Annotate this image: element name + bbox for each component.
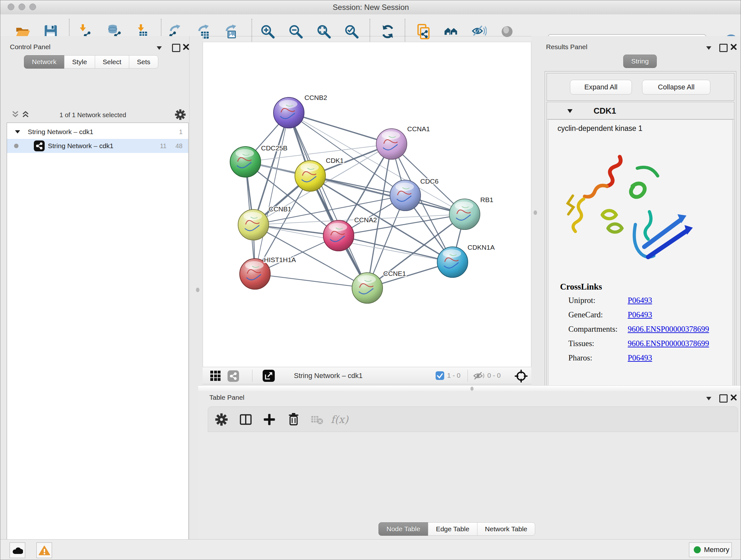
tab-network-table[interactable]: Network Table — [477, 522, 536, 536]
network-edge-ccnb2-ccne1[interactable] — [289, 113, 367, 288]
network-options-gear-icon[interactable] — [175, 109, 186, 120]
tab-style[interactable]: Style — [64, 55, 95, 69]
expand-all-icon[interactable] — [21, 110, 30, 119]
network-node-ccne1[interactable] — [352, 273, 383, 303]
hide-selected-icon[interactable] — [470, 22, 488, 41]
share-view-icon[interactable] — [227, 370, 239, 382]
network-node-ccnb2[interactable] — [273, 98, 304, 128]
table-panel-title: Table Panel — [209, 394, 245, 401]
network-node-cdc25b[interactable] — [230, 146, 261, 177]
zoom-fit-icon[interactable] — [315, 22, 333, 41]
delete-column-icon[interactable] — [285, 411, 302, 428]
network-node-cdkn1a[interactable] — [437, 247, 468, 277]
results-panel-float-icon[interactable] — [719, 44, 728, 52]
left-splitter-handle[interactable] — [196, 288, 199, 292]
table-panel-close-icon[interactable] — [731, 394, 737, 401]
tab-node-table[interactable]: Node Table — [379, 522, 428, 536]
network-node-label: CCNE1 — [383, 270, 406, 277]
selected-counter: 1 - 0 — [447, 372, 461, 379]
right-splitter-handle[interactable] — [534, 210, 537, 215]
export-image-icon[interactable] — [222, 22, 240, 41]
crosslink-link[interactable]: P06493 — [628, 296, 652, 305]
network-node-label: HIST1H1A — [264, 256, 296, 263]
show-columns-icon[interactable] — [237, 411, 255, 428]
crosslink-link[interactable]: P06493 — [628, 310, 652, 319]
tab-network[interactable]: Network — [24, 55, 64, 69]
function-builder-icon: f(x) — [331, 411, 348, 428]
crosslink-row: Uniprot:P06493 — [568, 296, 728, 305]
control-panel-menu-caret-icon[interactable] — [156, 46, 162, 50]
crosslink-link[interactable]: 9606.ENSP00000378699 — [628, 325, 709, 334]
network-edge-ccnb2-hist1h1a[interactable] — [255, 113, 289, 274]
results-panel: Results Panel String Expand All Collapse… — [540, 36, 741, 387]
fit-selected-crosshair-icon[interactable] — [515, 370, 528, 382]
network-edge-cdk1-rb1[interactable] — [310, 176, 465, 214]
node-section: CDK1 cyclin-dependent kinase 1 — [547, 102, 734, 409]
network-row-selected[interactable]: String Network – cdk1 11 48 — [7, 139, 188, 153]
tab-string[interactable]: String — [623, 55, 657, 68]
memory-button[interactable]: Memory — [689, 543, 732, 557]
first-neighbors-icon[interactable] — [442, 22, 461, 41]
network-node-label: CCNB2 — [305, 94, 327, 101]
collapse-all-button[interactable]: Collapse All — [642, 80, 711, 95]
tab-edge-table[interactable]: Edge Table — [428, 522, 477, 536]
zoom-selected-icon[interactable] — [342, 22, 361, 41]
results-panel-close-icon[interactable] — [731, 44, 737, 50]
network-canvas[interactable]: CCNB2CCNA1CDC25BCDK1CDC6RB1CCNB1CCNA2CDK… — [203, 42, 531, 367]
node-description: cyclin-dependent kinase 1 — [557, 124, 643, 133]
control-panel: Control Panel NetworkStyleSelectSets 1 o… — [0, 36, 189, 539]
collapse-all-icon[interactable] — [11, 110, 19, 119]
open-in-window-icon[interactable] — [263, 370, 275, 382]
crosslink-link[interactable]: P06493 — [628, 354, 652, 362]
network-collection-row[interactable]: String Network – cdk1 1 — [7, 125, 188, 139]
network-node-ccna1[interactable] — [376, 129, 407, 159]
section-collapse-caret-icon[interactable] — [567, 109, 573, 113]
warning-status-button[interactable] — [37, 543, 52, 558]
table-settings-icon[interactable] — [212, 411, 230, 428]
zoom-in-icon[interactable] — [259, 22, 277, 41]
network-selection-status: 1 of 1 Network selected — [36, 111, 150, 119]
results-buttons-box: Expand All Collapse All — [547, 73, 734, 101]
horizontal-splitter-handle[interactable] — [470, 387, 474, 391]
right-splitter[interactable] — [531, 36, 540, 387]
network-node-count: 11 — [160, 142, 166, 150]
network-edge-ccna2-cdkn1a[interactable] — [339, 236, 453, 262]
network-edge-hist1h1a-ccne1[interactable] — [255, 274, 367, 288]
selected-nodes-checkbox[interactable] — [435, 371, 444, 380]
expand-all-button[interactable]: Expand All — [570, 80, 632, 95]
results-panel-menu-caret-icon[interactable] — [705, 46, 712, 50]
network-node-rb1[interactable] — [449, 199, 480, 230]
check-icon — [435, 371, 444, 380]
add-column-icon[interactable] — [260, 411, 278, 428]
refresh-layout-icon[interactable] — [379, 22, 397, 41]
network-view-toolbar: String Network – cdk1 1 - 0 0 - 0 — [203, 367, 531, 384]
cloud-status-button[interactable] — [10, 543, 25, 558]
control-panel-close-icon[interactable] — [183, 44, 189, 50]
tab-sets[interactable]: Sets — [129, 55, 158, 69]
crosslink-link[interactable]: 9606.ENSP00000378699 — [628, 339, 709, 348]
tree-expand-caret-icon[interactable] — [15, 130, 20, 134]
network-collection-count: 1 — [179, 128, 183, 136]
zoom-out-icon[interactable] — [286, 22, 305, 41]
tab-select[interactable]: Select — [95, 55, 129, 69]
network-graph: CCNB2CCNA1CDC25BCDK1CDC6RB1CCNB1CCNA2CDK… — [203, 42, 531, 367]
table-panel-float-icon[interactable] — [719, 394, 728, 402]
network-node-label: CCNB1 — [269, 205, 291, 212]
show-graphics-details-icon[interactable] — [498, 22, 516, 41]
toolbar-separator — [252, 19, 252, 44]
control-panel-title: Control Panel — [10, 43, 51, 51]
horizontal-splitter[interactable] — [198, 385, 741, 391]
table-panel-menu-caret-icon[interactable] — [705, 396, 712, 401]
status-bar: Memory — [0, 539, 741, 560]
network-node-label: CDC6 — [420, 178, 439, 185]
birdseye-grid-icon[interactable] — [210, 371, 220, 381]
network-node-cdc6[interactable] — [390, 180, 421, 211]
network-node-ccna2[interactable] — [323, 220, 354, 251]
control-panel-float-icon[interactable] — [172, 44, 180, 52]
network-node-ccnb1[interactable] — [238, 209, 269, 240]
network-node-cdk1[interactable] — [295, 161, 326, 191]
network-edge-ccnb2-ccna1[interactable] — [289, 113, 392, 144]
clone-network-icon[interactable] — [414, 22, 433, 41]
node-section-header[interactable]: CDK1 — [547, 102, 734, 119]
network-edge-count: 48 — [176, 142, 183, 150]
